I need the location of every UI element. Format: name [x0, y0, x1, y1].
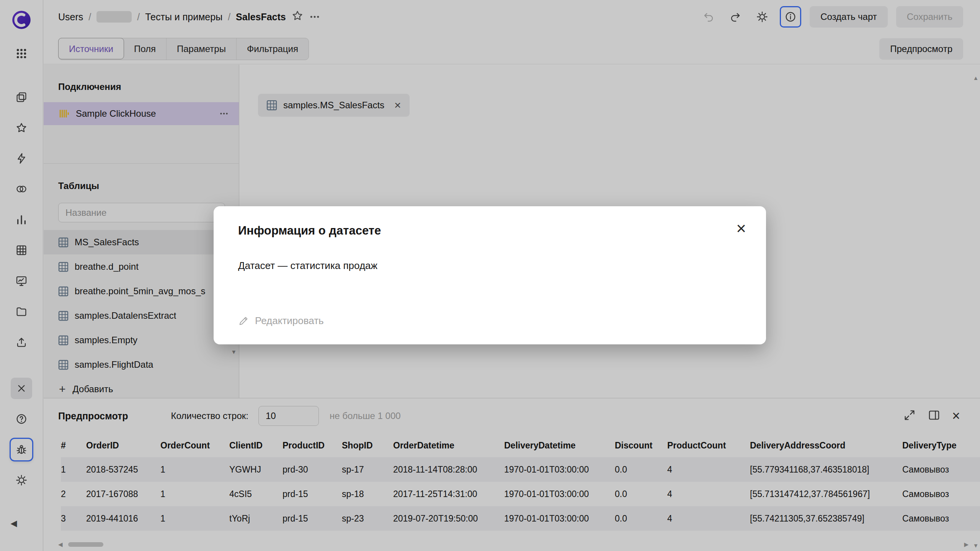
- dataset-info-modal: Информация о датасете × Датасет — статис…: [214, 206, 766, 344]
- modal-close-icon[interactable]: ×: [736, 220, 746, 237]
- dataset-description: Датасет — статистика продаж: [238, 260, 742, 272]
- app-root: ◀ Users / / Тесты и примеры / SalesFacts: [0, 0, 980, 551]
- modal-title: Информация о датасете: [238, 224, 742, 238]
- pencil-icon: [238, 316, 249, 326]
- edit-description-button[interactable]: Редактировать: [238, 315, 324, 327]
- edit-description-label: Редактировать: [255, 315, 324, 327]
